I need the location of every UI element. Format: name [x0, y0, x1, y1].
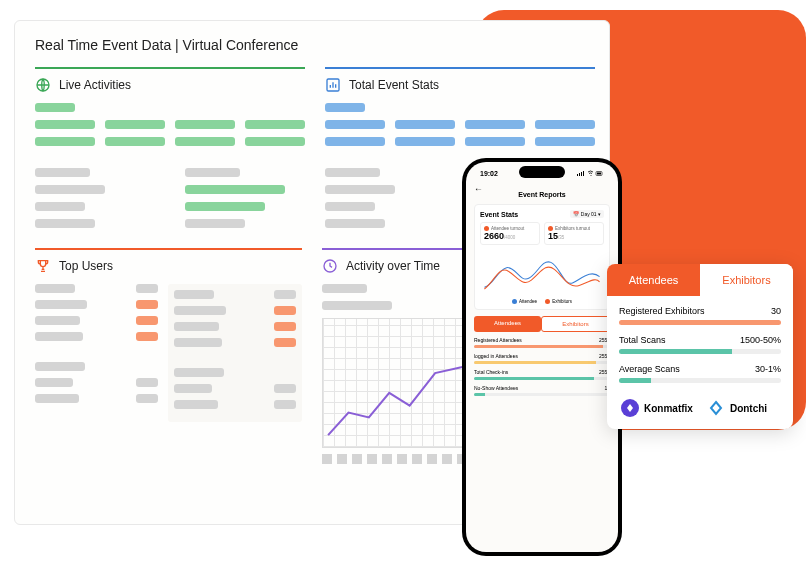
logo-konmatfix: Konmatfix [621, 399, 693, 417]
phone-notch [519, 166, 565, 178]
back-arrow-icon[interactable]: ← [474, 184, 483, 194]
globe-icon [35, 77, 51, 93]
metric-registered-exhibitors: Registered Exhibitors30 [619, 306, 781, 325]
phone-tabs: Attendees Exhibitors [474, 316, 610, 332]
svg-rect-4 [597, 173, 601, 175]
diamond-icon [707, 399, 725, 417]
logo-dontchi: Dontchi [707, 399, 767, 417]
phone-title: Event Reports [474, 191, 610, 198]
bar-chart-icon [325, 77, 341, 93]
live-activities-card: Live Activities [35, 67, 305, 236]
exhibitors-popup: Attendees Exhibitors Registered Exhibito… [607, 264, 793, 429]
phone-mockup: 19:02 ← Event Reports Event Stats 📅 Day … [462, 158, 622, 556]
diamond-icon [621, 399, 639, 417]
status-time: 19:02 [480, 170, 498, 179]
popup-tab-exhibitors[interactable]: Exhibitors [700, 264, 793, 296]
attendee-turnout-stat: Attendee turnout 2660/4000 [480, 222, 540, 245]
sponsor-logos: Konmatfix Dontchi [619, 393, 781, 419]
chart-legend: Attendee Exhibitors [480, 299, 604, 304]
trophy-icon [35, 258, 51, 274]
metric-total-scans: Total Scans1500-50% [619, 335, 781, 354]
card-title: Activity over Time [346, 259, 440, 273]
card-title: Total Event Stats [349, 78, 439, 92]
top-users-card: Top Users [35, 248, 302, 464]
exhibitor-turnout-stat: Exhibitors turnout 15/35 [544, 222, 604, 245]
phone-metrics: Registered Attendees2550 logged in Atten… [474, 337, 610, 396]
event-stats-section: Event Stats 📅 Day 01 ▾ Attendee turnout … [474, 204, 610, 310]
tab-exhibitors[interactable]: Exhibitors [541, 316, 610, 332]
dashboard-title: Real Time Event Data | Virtual Conferenc… [35, 37, 589, 53]
tab-attendees[interactable]: Attendees [474, 316, 541, 332]
mini-line-chart [480, 249, 604, 297]
card-title: Top Users [59, 259, 113, 273]
metric-average-scans: Average Scans30-1% [619, 364, 781, 383]
popup-tab-attendees[interactable]: Attendees [607, 264, 700, 296]
clock-icon [322, 258, 338, 274]
status-icons [576, 170, 604, 179]
section-title: Event Stats [480, 211, 518, 218]
day-selector[interactable]: 📅 Day 01 ▾ [570, 210, 604, 218]
card-title: Live Activities [59, 78, 131, 92]
